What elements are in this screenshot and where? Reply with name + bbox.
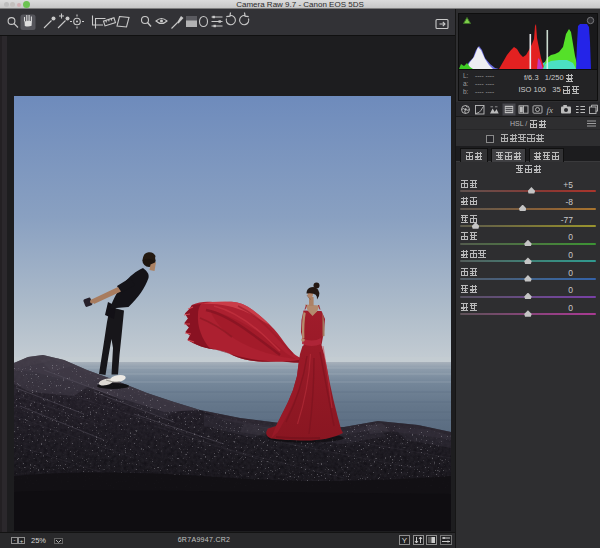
svg-text:fx: fx xyxy=(547,105,554,115)
